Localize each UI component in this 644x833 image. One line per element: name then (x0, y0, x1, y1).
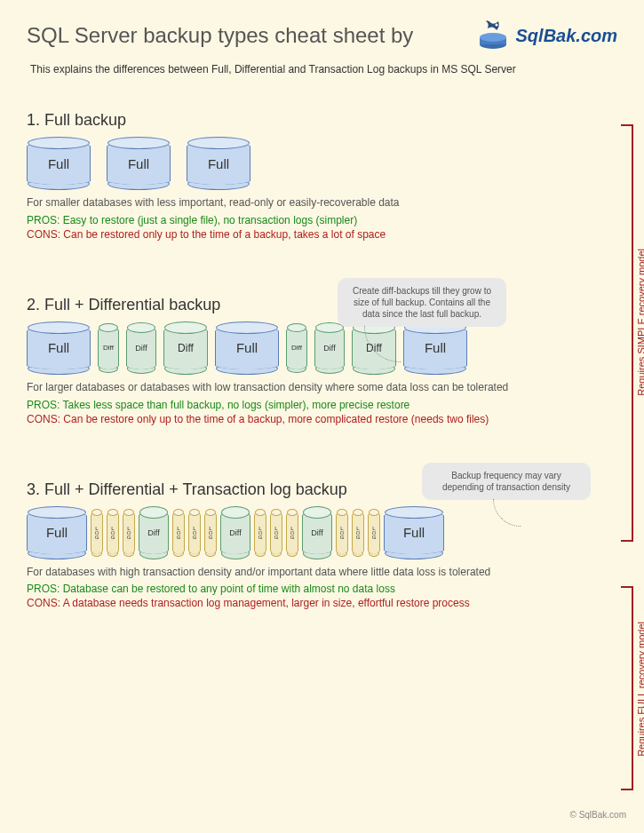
section-2-heading: 2. Full + Differential backup (27, 296, 617, 314)
footer-copyright: © SqlBak.com (569, 810, 626, 820)
section-1-heading: 1. Full backup (27, 111, 617, 130)
cylinder-full: Full (27, 327, 91, 369)
cylinder-full: Full (403, 327, 467, 369)
svg-point-4 (500, 22, 503, 25)
cylinder-row-2: Full Diff Diff Diff Full Diff Diff Diff … (27, 327, 617, 369)
subtitle: This explains the differences between Fu… (0, 58, 644, 102)
cylinder-log: LOG (123, 512, 135, 554)
section-full-backup: 1. Full backup Full Full Full For smalle… (0, 102, 644, 260)
section-full-diff-backup: Create diff-backups till they grow to si… (0, 287, 644, 445)
section-2-desc: For larger databases or databases with l… (27, 380, 617, 395)
cylinder-full: Full (27, 142, 91, 185)
cylinder-row-3: Full LOG LOG LOG Diff LOG LOG LOG Diff L… (27, 512, 617, 554)
svg-point-2 (480, 33, 506, 42)
cylinder-full: Full (187, 142, 250, 185)
brand-name: SqlBak.com (516, 26, 617, 46)
section-2-cons: CONS: Can be restore only up to the time… (27, 413, 617, 425)
logo: SqlBak.com (475, 18, 617, 53)
bracket-simple (621, 124, 633, 542)
section-3-desc: For databases with high transaction dens… (27, 565, 617, 580)
section-3-cons: CONS: A database needs transaction log m… (27, 597, 617, 609)
cylinder-diff: Diff (139, 512, 169, 554)
callout-diff: Create diff-backups till they grow to si… (338, 278, 506, 327)
cylinder-full: Full (27, 512, 87, 554)
bracket-simple-label: Requires SIMPLE recovery model (636, 249, 644, 396)
cylinder-full: Full (384, 512, 444, 554)
cylinder-log: LOG (286, 512, 298, 554)
cylinder-log: LOG (368, 512, 380, 554)
bracket-full-label: Requires FULL recovery model (636, 622, 644, 757)
section-full-diff-log-backup: Backup frequency may vary depending of t… (0, 472, 644, 630)
cylinder-diff: Diff (126, 327, 156, 369)
cylinder-diff: Diff (98, 327, 119, 369)
cylinder-diff: Diff (302, 512, 332, 554)
cylinder-row-1: Full Full Full (27, 142, 617, 185)
cylinder-diff: Diff (286, 327, 307, 369)
cylinder-log: LOG (336, 512, 348, 554)
cylinder-diff: Diff (314, 327, 345, 369)
section-1-desc: For smaller databases with less importan… (27, 195, 617, 210)
callout-log: Backup frequency may vary depending of t… (422, 463, 591, 500)
cylinder-log: LOG (204, 512, 217, 554)
cylinder-full: Full (107, 142, 171, 185)
cylinder-log: LOG (254, 512, 266, 554)
section-2-pros: PROS: Takes less space than full backup,… (27, 399, 617, 411)
cylinder-log: LOG (107, 512, 119, 554)
cylinder-full: Full (215, 327, 279, 369)
cylinder-log: LOG (352, 512, 364, 554)
section-1-pros: PROS: Easy to restore (just a single fil… (27, 214, 617, 226)
cylinder-log: LOG (270, 512, 282, 554)
cylinder-log: LOG (188, 512, 201, 554)
cylinder-diff: Diff (220, 512, 250, 554)
page-title: SQL Server backup types cheat sheet by (27, 23, 475, 48)
cylinder-diff: Diff (163, 327, 208, 369)
section-1-cons: CONS: Can be restored only up to the tim… (27, 228, 617, 241)
cylinder-log: LOG (91, 512, 103, 554)
svg-point-3 (495, 24, 497, 27)
bracket-full (621, 586, 633, 790)
sqlbak-icon (475, 18, 511, 53)
cylinder-log: LOG (172, 512, 185, 554)
section-3-pros: PROS: Database can be restored to any po… (27, 583, 617, 595)
header: SQL Server backup types cheat sheet by S… (0, 0, 644, 58)
